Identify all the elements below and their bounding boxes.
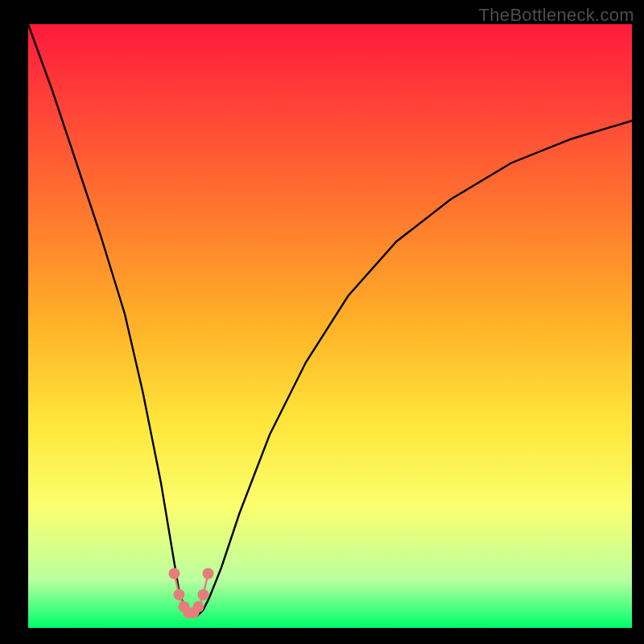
optimal-marker-7 [203, 568, 214, 580]
chart-frame: TheBottleneck.com [0, 0, 644, 644]
optimal-marker-0 [169, 568, 180, 580]
optimal-marker-5 [193, 601, 204, 613]
optimal-marker-6 [198, 589, 209, 601]
optimal-zone-markers [169, 568, 214, 619]
plot-area [28, 24, 632, 628]
bottleneck-curve [28, 24, 632, 628]
watermark-text: TheBottleneck.com [479, 5, 634, 26]
optimal-marker-1 [174, 589, 185, 601]
curve-path [28, 24, 632, 616]
